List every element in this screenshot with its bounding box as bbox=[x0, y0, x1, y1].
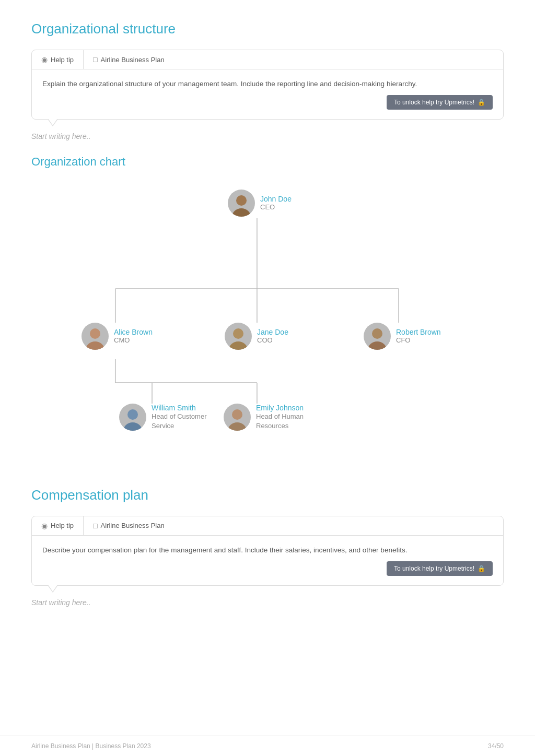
node-role-ej: Head of Human Resources bbox=[256, 412, 319, 431]
node-info-ws: William Smith Head of Customer Service bbox=[152, 404, 214, 431]
svg-point-9 bbox=[236, 195, 247, 206]
unlock-label-2: To unlock help try Upmetrics! bbox=[394, 565, 474, 572]
node-role-cmo: CMO bbox=[114, 336, 153, 344]
svg-point-20 bbox=[228, 422, 247, 431]
node-cfo: Robert Brown CFO bbox=[364, 323, 441, 350]
help-tip-box-1: ◉ Help tip □ Airline Business Plan Expla… bbox=[31, 50, 504, 120]
svg-point-18 bbox=[123, 422, 142, 431]
doc-icon-2: □ bbox=[93, 522, 97, 530]
help-tip-content-2: Describe your compensation plan for the … bbox=[32, 536, 503, 585]
help-tip-text-1: Explain the organizational structure of … bbox=[42, 79, 493, 90]
node-name-coo: Jane Doe bbox=[257, 328, 288, 336]
help-tip-text-2: Describe your compensation plan for the … bbox=[42, 545, 493, 556]
node-name-cmo: Alice Brown bbox=[114, 328, 153, 336]
svg-point-15 bbox=[372, 328, 382, 339]
node-info-cmo: Alice Brown CMO bbox=[114, 328, 153, 344]
lock-icon-2: 🔒 bbox=[478, 565, 485, 572]
node-role-cfo: CFO bbox=[396, 336, 441, 344]
node-info-cfo: Robert Brown CFO bbox=[396, 328, 441, 344]
footer-left: Airline Business Plan | Business Plan 20… bbox=[31, 742, 151, 750]
svg-point-17 bbox=[127, 409, 138, 420]
node-info-ej: Emily Johnson Head of Human Resources bbox=[256, 404, 319, 431]
node-role-ceo: CEO bbox=[260, 203, 292, 211]
help-tip-tab-3[interactable]: ◉ Help tip bbox=[32, 516, 84, 535]
help-tip-tabs-2: ◉ Help tip □ Airline Business Plan bbox=[32, 516, 503, 536]
node-info-coo: Jane Doe COO bbox=[257, 328, 288, 344]
bulb-icon-2: ◉ bbox=[41, 522, 48, 530]
compensation-title: Compensation plan bbox=[31, 487, 504, 503]
help-tip-tabs-1: ◉ Help tip □ Airline Business Plan bbox=[32, 50, 503, 69]
page-title: Organizational structure bbox=[31, 21, 504, 37]
start-writing-1[interactable]: Start writing here.. bbox=[31, 132, 504, 140]
node-role-ws: Head of Customer Service bbox=[152, 412, 214, 431]
avatar-cmo bbox=[82, 323, 109, 350]
node-role-coo: COO bbox=[257, 336, 288, 344]
tab1-label: Help tip bbox=[51, 56, 74, 64]
org-chart-section: Organization chart bbox=[31, 155, 504, 456]
start-writing-2[interactable]: Start writing here.. bbox=[31, 598, 504, 607]
svg-point-13 bbox=[233, 328, 243, 339]
org-chart-container: John Doe CEO Alice Brown CMO bbox=[31, 184, 504, 456]
node-cmo: Alice Brown CMO bbox=[82, 323, 153, 350]
svg-point-14 bbox=[229, 341, 248, 350]
node-name-cfo: Robert Brown bbox=[396, 328, 441, 336]
avatar-ej bbox=[224, 404, 251, 431]
node-coo: Jane Doe COO bbox=[225, 323, 288, 350]
tab2-label: Airline Business Plan bbox=[101, 56, 165, 64]
doc-icon: □ bbox=[93, 55, 97, 64]
help-tip-tab-1[interactable]: ◉ Help tip bbox=[32, 50, 84, 69]
node-ws: William Smith Head of Customer Service bbox=[119, 404, 214, 431]
footer-right: 34/50 bbox=[488, 742, 504, 750]
help-tip-content-1: Explain the organizational structure of … bbox=[32, 69, 503, 119]
org-chart-title: Organization chart bbox=[31, 155, 504, 169]
help-tip-tab-2[interactable]: □ Airline Business Plan bbox=[84, 50, 174, 69]
node-name-ej: Emily Johnson bbox=[256, 404, 319, 412]
tab3-label: Help tip bbox=[51, 522, 74, 529]
node-ej: Emily Johnson Head of Human Resources bbox=[224, 404, 319, 431]
avatar-coo bbox=[225, 323, 252, 350]
svg-point-16 bbox=[368, 341, 387, 350]
svg-point-19 bbox=[232, 409, 242, 420]
lock-icon-1: 🔒 bbox=[478, 99, 485, 106]
compensation-section: Compensation plan ◉ Help tip □ Airline B… bbox=[31, 487, 504, 607]
node-ceo: John Doe CEO bbox=[228, 190, 292, 217]
svg-point-11 bbox=[90, 328, 100, 339]
svg-point-12 bbox=[86, 341, 104, 350]
unlock-button-2[interactable]: To unlock help try Upmetrics! 🔒 bbox=[387, 561, 493, 576]
bulb-icon: ◉ bbox=[41, 55, 48, 64]
node-name-ws: William Smith bbox=[152, 404, 214, 412]
node-name-ceo: John Doe bbox=[260, 195, 292, 203]
help-tip-tab-4[interactable]: □ Airline Business Plan bbox=[84, 516, 174, 535]
avatar-ceo bbox=[228, 190, 255, 217]
avatar-ws bbox=[119, 404, 146, 431]
unlock-label-1: To unlock help try Upmetrics! bbox=[394, 99, 474, 106]
tab4-label: Airline Business Plan bbox=[101, 522, 165, 529]
unlock-button-1[interactable]: To unlock help try Upmetrics! 🔒 bbox=[387, 95, 493, 110]
avatar-cfo bbox=[364, 323, 391, 350]
page-footer: Airline Business Plan | Business Plan 20… bbox=[0, 736, 535, 756]
help-tip-box-2: ◉ Help tip □ Airline Business Plan Descr… bbox=[31, 516, 504, 586]
svg-point-10 bbox=[232, 208, 251, 217]
node-info-ceo: John Doe CEO bbox=[260, 195, 292, 211]
